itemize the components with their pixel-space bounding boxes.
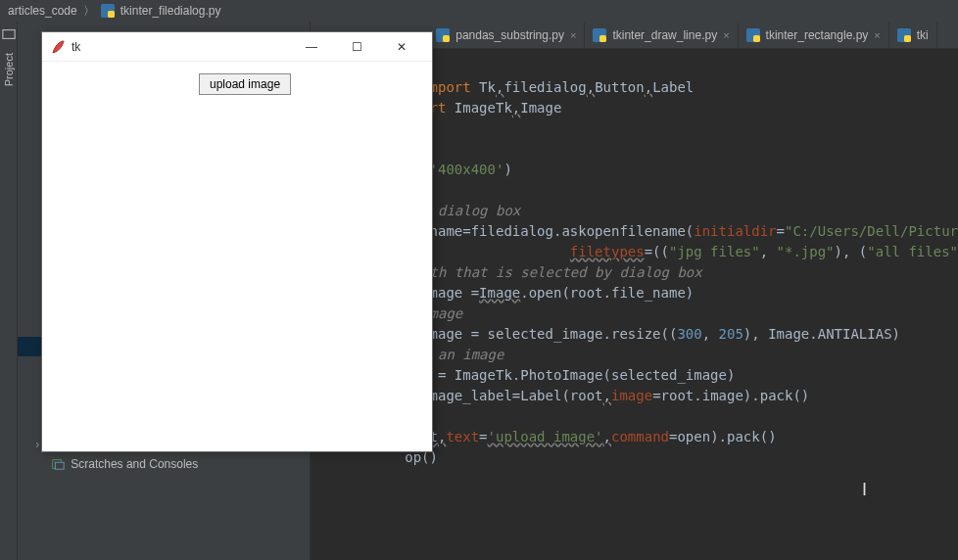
tab-tkinter-draw-line[interactable]: tkinter_draw_line.py × [585, 23, 738, 48]
tree-row-scratches[interactable]: Scratches and Consoles [18, 454, 310, 474]
tab-label: tkinter_draw_line.py [612, 28, 717, 42]
minimize-button[interactable]: — [289, 32, 334, 62]
svg-rect-1 [108, 11, 115, 18]
svg-rect-11 [599, 35, 606, 42]
breadcrumb-folder[interactable]: articles_code [8, 4, 77, 18]
python-file-icon [897, 28, 911, 42]
svg-rect-13 [753, 35, 760, 42]
close-icon[interactable]: × [874, 29, 880, 41]
close-icon[interactable]: × [723, 29, 729, 41]
project-tool-icon[interactable] [2, 27, 16, 41]
tab-overflow[interactable]: tki [889, 23, 937, 48]
tab-label: tkinter_rectangle.py [766, 28, 869, 42]
project-tool-strip: Project [0, 22, 18, 560]
close-icon[interactable]: × [570, 29, 576, 41]
tab-pandas-substring[interactable]: pandas_substring.py × [428, 23, 585, 48]
tab-label: pandas_substring.py [455, 28, 564, 42]
breadcrumb: articles_code 〉 tkinter_filedialog.py [0, 0, 958, 22]
upload-image-button[interactable]: upload image [199, 73, 291, 95]
tk-titlebar[interactable]: tk — ☐ ✕ [42, 32, 432, 62]
tk-window: tk — ☐ ✕ upload image [41, 31, 433, 452]
breadcrumb-file[interactable]: tkinter_filedialog.py [120, 4, 221, 18]
breadcrumb-sep: 〉 [83, 3, 95, 20]
tab-label: tki [917, 28, 929, 42]
python-file-icon [101, 4, 115, 18]
tree-label: Scratches and Consoles [71, 457, 198, 471]
project-tool-label[interactable]: Project [3, 53, 15, 86]
scratches-icon [51, 457, 65, 471]
svg-rect-9 [443, 35, 450, 42]
tk-body: upload image [42, 62, 432, 451]
svg-rect-15 [904, 35, 911, 42]
python-file-icon [746, 28, 760, 42]
tk-feather-icon [50, 39, 66, 55]
svg-rect-2 [2, 30, 14, 39]
python-file-icon [593, 28, 606, 42]
tk-title: tk [72, 40, 289, 54]
svg-rect-7 [56, 462, 65, 469]
python-file-icon [436, 28, 450, 42]
text-cursor-icon: I [862, 480, 867, 500]
close-button[interactable]: ✕ [379, 32, 424, 62]
tab-tkinter-rectangle[interactable]: tkinter_rectangle.py × [739, 23, 889, 48]
maximize-button[interactable]: ☐ [334, 32, 379, 62]
